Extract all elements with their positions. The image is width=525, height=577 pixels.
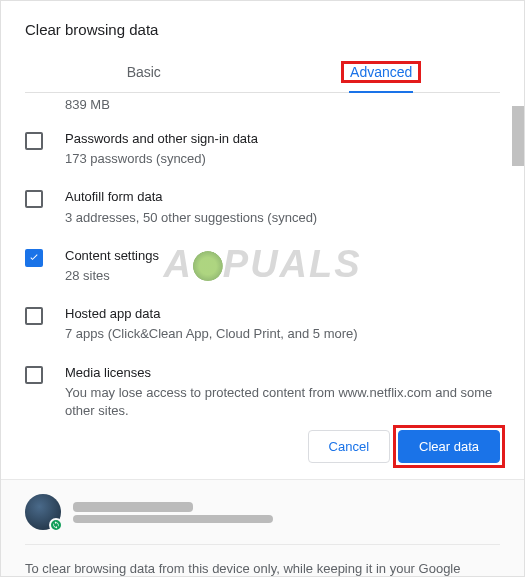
item-title: Passwords and other sign-in data xyxy=(65,130,500,148)
checkbox-hosted-app[interactable] xyxy=(25,307,43,325)
item-sub: 173 passwords (synced) xyxy=(65,150,500,168)
sync-badge-icon xyxy=(49,518,63,532)
item-title: Hosted app data xyxy=(65,305,500,323)
account-row xyxy=(25,494,500,545)
account-info-blurred xyxy=(73,499,500,526)
item-text: Content settings 28 sites xyxy=(65,247,500,285)
item-sub: You may lose access to protected content… xyxy=(65,384,500,418)
tab-advanced[interactable]: Advanced xyxy=(263,52,501,92)
dialog-buttons: Cancel Clear data xyxy=(1,418,524,479)
footer-text-before: To clear browsing data from this device … xyxy=(25,561,460,577)
scrollbar-thumb[interactable] xyxy=(512,106,524,166)
checkbox-autofill[interactable] xyxy=(25,190,43,208)
tabs-bar: Basic Advanced xyxy=(25,52,500,93)
list-item[interactable]: Media licenses You may lose access to pr… xyxy=(25,354,500,419)
item-sub: 3 addresses, 50 other suggestions (synce… xyxy=(65,209,500,227)
footer-text: To clear browsing data from this device … xyxy=(25,559,500,577)
item-text: Passwords and other sign-in data 173 pas… xyxy=(65,130,500,168)
footer: To clear browsing data from this device … xyxy=(1,479,524,577)
avatar xyxy=(25,494,61,530)
list-item[interactable]: Autofill form data 3 addresses, 50 other… xyxy=(25,178,500,236)
list-item[interactable]: Content settings 28 sites xyxy=(25,237,500,295)
item-sub: 7 apps (Click&Clean App, Cloud Print, an… xyxy=(65,325,500,343)
cancel-button[interactable]: Cancel xyxy=(308,430,390,463)
item-text: Media licenses You may lose access to pr… xyxy=(65,364,500,419)
options-list: 839 MB Passwords and other sign-in data … xyxy=(1,93,524,418)
checkbox-content-settings[interactable] xyxy=(25,249,43,267)
partial-previous-item-sub: 839 MB xyxy=(25,93,500,120)
item-title: Content settings xyxy=(65,247,500,265)
dialog-title: Clear browsing data xyxy=(25,21,500,38)
tab-basic[interactable]: Basic xyxy=(25,52,263,92)
checkbox-passwords[interactable] xyxy=(25,132,43,150)
item-sub: 28 sites xyxy=(65,267,500,285)
tab-advanced-label: Advanced xyxy=(342,62,420,82)
item-text: Hosted app data 7 apps (Click&Clean App,… xyxy=(65,305,500,343)
clear-data-highlight: Clear data xyxy=(398,430,500,463)
list-item[interactable]: Hosted app data 7 apps (Click&Clean App,… xyxy=(25,295,500,353)
item-text: Autofill form data 3 addresses, 50 other… xyxy=(65,188,500,226)
checkbox-media-licenses[interactable] xyxy=(25,366,43,384)
item-title: Autofill form data xyxy=(65,188,500,206)
dialog-header: Clear browsing data Basic Advanced xyxy=(1,1,524,93)
item-title: Media licenses xyxy=(65,364,500,382)
list-item[interactable]: Passwords and other sign-in data 173 pas… xyxy=(25,120,500,178)
clear-data-button[interactable]: Clear data xyxy=(398,430,500,463)
